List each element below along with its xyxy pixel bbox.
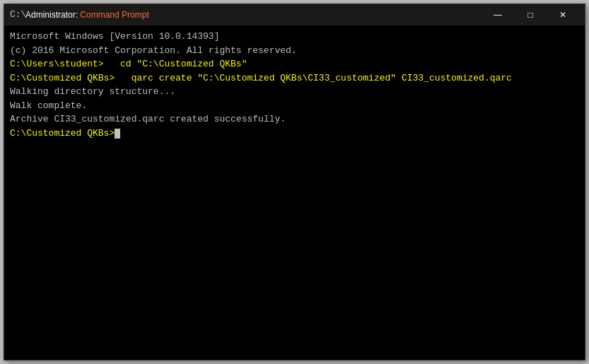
terminal-line: C:\Customized QKBs> qarc create "C:\Cust… <box>10 71 579 86</box>
terminal-cursor <box>115 129 120 139</box>
minimize-button[interactable]: — <box>482 4 514 25</box>
maximize-button[interactable]: □ <box>514 4 547 25</box>
terminal-line: Archive CI33_customized.qarc created suc… <box>10 112 579 127</box>
close-button[interactable]: ✕ <box>547 4 579 25</box>
terminal-line: (c) 2016 Microsoft Corporation. All righ… <box>10 44 579 58</box>
title-bar-text: Administrator: Command Prompt <box>25 10 482 20</box>
terminal-line: C:\Customized QKBs> <box>10 127 579 141</box>
terminal-body: Microsoft Windows [Version 10.0.14393](c… <box>4 25 585 360</box>
terminal-line: C:\Users\student> cd "C:\Customized QKBs… <box>10 57 579 71</box>
terminal-line: Microsoft Windows [Version 10.0.14393] <box>10 30 579 44</box>
title-bar: C:\ Administrator: Command Prompt — □ ✕ <box>4 4 585 25</box>
window-controls: — □ ✕ <box>482 4 579 25</box>
terminal-line: Walking directory structure... <box>10 85 579 99</box>
cmd-icon: C:\ <box>10 9 21 20</box>
terminal-line: Walk complete. <box>10 99 579 113</box>
cmd-window: C:\ Administrator: Command Prompt — □ ✕ … <box>4 4 585 360</box>
